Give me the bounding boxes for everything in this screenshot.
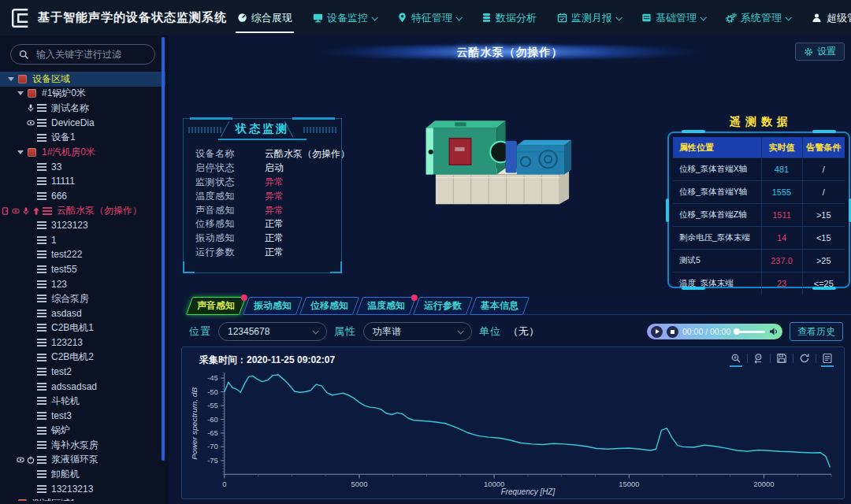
tab-温度感知[interactable]: 温度感知 [356, 297, 416, 315]
toolbar-separator [747, 354, 748, 363]
volume-knob[interactable] [734, 328, 740, 335]
volume-slider[interactable] [734, 331, 765, 333]
chevron-down-icon [457, 328, 463, 334]
tree-item-C2B电机1[interactable]: C2B电机1 [0, 321, 165, 335]
tree-item-1#汽机房0米[interactable]: 1#汽机房0米 [0, 145, 165, 160]
tree-item-test55[interactable]: test55 [0, 262, 165, 277]
tab-位移感知[interactable]: 位移感知 [299, 297, 359, 315]
settings-button[interactable]: 设置 [795, 43, 845, 61]
telemetry-condition: / [802, 158, 845, 181]
volume-icon[interactable] [769, 327, 779, 336]
restore-icon[interactable] [799, 353, 810, 364]
attribute-value: 功率谱 [373, 325, 401, 339]
door-icon [2, 207, 9, 215]
device-icon [37, 339, 46, 346]
tree-item-666[interactable]: 666 [0, 189, 165, 204]
telemetry-row: 温度_泵体末端23<=25 [673, 272, 845, 295]
tree-item-锅炉[interactable]: 锅炉 [0, 423, 165, 438]
shield-icon [32, 207, 40, 215]
tree-item-云酷水泵（勿操作）[interactable]: 云酷水泵（勿操作） [0, 203, 165, 218]
device-icon [37, 397, 46, 405]
status-row: 声音感知异常 [195, 203, 329, 217]
nav-item-数据分析[interactable]: 数据分析 [471, 0, 547, 35]
area-icon [18, 499, 27, 501]
mic-icon [27, 104, 35, 112]
tab-声音感知[interactable]: 声音感知 [186, 297, 246, 315]
status-value: 异常 [265, 190, 284, 203]
save-image-icon[interactable] [776, 353, 787, 364]
tab-运行参数[interactable]: 运行参数 [413, 297, 473, 315]
zoom-back-icon[interactable] [753, 353, 764, 364]
tree-item-1[interactable]: 1 [0, 233, 165, 248]
svg-text:Frequency [HZ]: Frequency [HZ] [501, 487, 556, 496]
tree-item-asdasd[interactable]: asdasd [0, 306, 165, 321]
nav-item-综合展现[interactable]: 综合展现 [227, 0, 303, 35]
tree-item-卸船机[interactable]: 卸船机 [0, 467, 165, 482]
tree-item-海补水泵房[interactable]: 海补水泵房 [0, 438, 165, 453]
nav-item-基础管理[interactable]: 基础管理 [631, 0, 715, 35]
player-time: 00:00 / 00:00 [682, 327, 730, 336]
tree-item-123213[interactable]: 123213 [0, 335, 165, 350]
svg-text:-70: -70 [207, 442, 218, 450]
user-menu[interactable]: 超级管理员 [812, 11, 851, 25]
controls-bar: 位置 12345678 属性 功率谱 单位 （无） 00:00 / 00:00 … [189, 321, 843, 343]
tree-item-浆液循环泵[interactable]: 浆液循环泵 [0, 452, 165, 467]
tree-item-DeviceDia[interactable]: DeviceDia [0, 116, 165, 131]
sidebar-scrollbar[interactable] [162, 37, 165, 461]
svg-text:0: 0 [222, 480, 226, 488]
zoom-icon[interactable] [730, 353, 741, 364]
attribute-select[interactable]: 功率谱 [363, 322, 472, 341]
tree-item-test2[interactable]: test2 [0, 365, 165, 380]
status-label: 声音感知 [195, 204, 265, 217]
device-icon [37, 324, 46, 332]
search-input[interactable] [35, 48, 147, 61]
tree-item-C2B电机2[interactable]: C2B电机2 [0, 350, 165, 365]
status-panel-title: 状态监测 [210, 122, 314, 140]
play-button[interactable] [651, 326, 663, 338]
status-row: 设备名称云酷水泵（勿操作） [195, 147, 329, 161]
chart-toolbar [730, 353, 833, 364]
tab-基本信息[interactable]: 基本信息 [470, 297, 530, 315]
tree-item-123[interactable]: 123 [0, 276, 165, 291]
tree-item-adssadsad[interactable]: adssadsad [0, 379, 165, 394]
data-view-icon[interactable] [822, 353, 833, 364]
nav-item-设备监控[interactable]: 设备监控 [303, 0, 387, 35]
tree-item-测试名称[interactable]: 测试名称 [0, 101, 165, 116]
tree-item-设备1[interactable]: 设备1 [0, 130, 165, 145]
tree-item-#1锅炉0米[interactable]: #1锅炉0米 [0, 87, 165, 102]
tree-item-综合泵房[interactable]: 综合泵房 [0, 291, 165, 306]
tree-item-11111[interactable]: 11111 [0, 174, 165, 189]
tree-item-3123123[interactable]: 3123123 [0, 218, 165, 233]
app-logo-icon [9, 7, 32, 29]
tree-item-test222[interactable]: test222 [0, 247, 165, 262]
tree-item-测试区域1[interactable]: 测试区域1 [0, 496, 165, 501]
status-panel: 状态监测 设备名称云酷水泵（勿操作）启停状态启动监测状态异常温度感知异常声音感知… [183, 118, 342, 273]
svg-text:-65: -65 [207, 428, 218, 437]
pump-3d-model[interactable] [399, 94, 648, 251]
position-select[interactable]: 12345678 [218, 322, 327, 341]
caret-down-icon [8, 77, 14, 81]
device-icon [37, 470, 46, 478]
svg-text:-60: -60 [207, 414, 218, 423]
device-icon [37, 412, 46, 420]
svg-text:-75: -75 [207, 456, 218, 465]
telemetry-condition: / [802, 181, 845, 204]
telemetry-table: 属性位置实时值告警条件位移_泵体首端X轴481/位移_泵体首端Y轴1555/位移… [673, 137, 845, 295]
tree-item-13213213[interactable]: 13213213 [0, 482, 165, 497]
view-history-button[interactable]: 查看历史 [790, 322, 843, 341]
stop-button[interactable] [667, 326, 678, 338]
tab-振动感知[interactable]: 振动感知 [243, 297, 303, 315]
tree-item-test3[interactable]: test3 [0, 409, 165, 424]
telemetry-value: 481 [761, 158, 802, 181]
device-tree: 设备区域#1锅炉0米测试名称DeviceDia设备11#汽机房0米3311111… [0, 72, 165, 501]
spectrum-chart[interactable]: -45-50-55-60-65-70-750500010000150002000… [188, 368, 839, 497]
telemetry-attr: 位移_泵体首端Y轴 [673, 181, 761, 204]
nav-item-特征管理[interactable]: 特征管理 [387, 0, 471, 35]
device-icon [37, 265, 46, 273]
tree-item-33[interactable]: 33 [0, 160, 165, 175]
tree-item-斗轮机[interactable]: 斗轮机 [0, 394, 165, 409]
device-icon [37, 192, 46, 200]
nav-item-系统管理[interactable]: 系统管理 [715, 0, 801, 35]
nav-item-监测月报[interactable]: 监测月报 [547, 0, 631, 35]
tree-item-设备区域[interactable]: 设备区域 [0, 72, 165, 87]
